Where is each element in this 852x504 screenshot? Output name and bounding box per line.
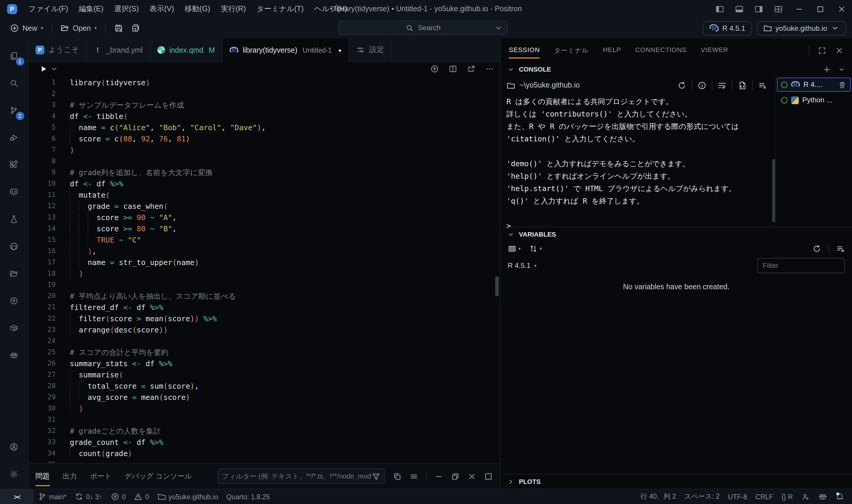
save-all-button[interactable]	[127, 21, 144, 35]
problems-filter-input[interactable]	[222, 473, 371, 480]
problems-errors[interactable]: 0	[107, 489, 130, 504]
tab-_brand.yml[interactable]: ! _brand.yml	[86, 38, 150, 61]
maximize-panel-icon[interactable]	[484, 472, 493, 481]
bottom-tab-ポート[interactable]: ポート	[90, 468, 111, 485]
menu-item[interactable]: 選択(S)	[109, 1, 144, 16]
refresh-variables-icon[interactable]	[812, 244, 821, 253]
activity-run-debug[interactable]	[0, 124, 28, 151]
tab-library(tidyverse)[interactable]: R library(tidyverse) Untitled-1 ●	[222, 38, 349, 62]
menu-item[interactable]: 移動(G)	[179, 1, 215, 16]
close-panel-icon[interactable]	[835, 46, 844, 55]
remote-indicator[interactable]: ><	[0, 489, 34, 504]
open-button[interactable]: Open▾	[56, 21, 101, 35]
activity-assistant[interactable]	[0, 341, 28, 368]
window-maximize-button[interactable]	[810, 0, 831, 18]
bottom-tab-デバッグ コンソール[interactable]: デバッグ コンソール	[125, 468, 192, 485]
working-directory[interactable]: ~\yo5uke.github.io	[520, 81, 580, 89]
filter-icon[interactable]	[371, 472, 380, 481]
minimize-panel-icon[interactable]	[434, 472, 443, 481]
panel-tab-VIEWER[interactable]: VIEWER	[701, 41, 728, 59]
save-button[interactable]	[110, 21, 127, 35]
panel-tab-ターミナル[interactable]: ターミナル	[554, 41, 589, 59]
plots-section[interactable]: PLOTS	[501, 474, 852, 489]
bottom-tab-出力[interactable]: 出力	[63, 468, 77, 485]
console-restart-icon[interactable]	[677, 81, 686, 90]
publish-icon[interactable]	[430, 64, 439, 73]
activity-account[interactable]	[0, 433, 28, 460]
activity-publish[interactable]	[0, 287, 28, 314]
window-minimize-button[interactable]	[788, 0, 810, 18]
activity-search[interactable]	[0, 69, 28, 96]
chevron-down-icon[interactable]	[506, 65, 515, 74]
activity-testing[interactable]	[0, 205, 28, 233]
toggle-secondary-sidebar-icon[interactable]	[749, 4, 768, 13]
copy-icon[interactable]	[393, 472, 402, 481]
activity-remote-explorer[interactable]	[0, 178, 28, 205]
activity-settings[interactable]	[0, 460, 28, 487]
console-output[interactable]: R は多くの貢献者による共同プロジェクトです。詳しくは 'contributor…	[506, 95, 775, 207]
console-clear-list-icon[interactable]	[758, 81, 767, 90]
variables-filter-input[interactable]	[763, 262, 839, 270]
menu-item[interactable]: ターミナル(T)	[251, 1, 309, 16]
bottom-tab-問題[interactable]: 問題	[36, 468, 50, 485]
panel-tab-CONNECTIONS[interactable]: CONNECTIONS	[635, 41, 687, 59]
tab-設定[interactable]: 設定	[349, 38, 392, 61]
problems-warnings[interactable]: 0	[130, 489, 153, 504]
close-panel-icon[interactable]	[467, 472, 476, 481]
activity-source-control[interactable]: 2	[0, 96, 28, 124]
indentation[interactable]: スペース: 2	[680, 489, 724, 504]
console-word-wrap-icon[interactable]	[718, 81, 727, 90]
console-scrollbar[interactable]	[772, 159, 775, 222]
open-external-icon[interactable]	[467, 64, 476, 73]
notifications[interactable]	[831, 489, 849, 504]
menu-item[interactable]: 表示(V)	[144, 1, 179, 16]
activity-files[interactable]: 1	[0, 42, 28, 69]
copilot[interactable]	[814, 489, 831, 504]
git-branch[interactable]: main*	[34, 489, 71, 504]
panel-tab-HELP[interactable]: HELP	[603, 41, 621, 59]
feedback[interactable]	[797, 489, 814, 504]
fullscreen-icon[interactable]	[818, 46, 827, 55]
project-button[interactable]: yo5uke.github.io	[757, 21, 846, 35]
trash-icon[interactable]	[838, 80, 847, 89]
r-interpreter-button[interactable]: R R 4.5.1	[703, 21, 752, 35]
menu-item[interactable]: 編集(E)	[73, 1, 109, 16]
command-center-search[interactable]: Search	[339, 21, 508, 35]
console-prompt[interactable]: >	[506, 221, 511, 230]
activity-container[interactable]	[0, 314, 28, 341]
panel-tab-SESSION[interactable]: SESSION	[509, 41, 540, 59]
console-info-icon[interactable]	[697, 81, 706, 90]
toggle-panel-icon[interactable]	[729, 4, 749, 13]
run-button[interactable]	[39, 64, 48, 73]
sort-variables-icon[interactable]	[529, 244, 538, 253]
restore-panel-icon[interactable]	[451, 472, 460, 481]
cursor-position[interactable]: 行 40、列 2	[636, 489, 680, 504]
clear-variables-icon[interactable]	[836, 244, 845, 253]
session-Python ...[interactable]: Python ...	[777, 93, 851, 107]
language-mode[interactable]: {} R	[777, 489, 797, 504]
run-options-chevron-icon[interactable]	[50, 64, 58, 73]
project-folder[interactable]: yo5uke.github.io	[153, 489, 222, 504]
more-actions-icon[interactable]	[485, 64, 494, 73]
console-file-code-icon[interactable]	[738, 81, 747, 90]
session-R 4....[interactable]: R R 4....	[777, 77, 851, 92]
group-variables-icon[interactable]	[508, 244, 516, 253]
variables-filter[interactable]	[757, 258, 845, 273]
eol[interactable]: CRLF	[751, 489, 777, 504]
menu-item[interactable]: ファイル(F)	[23, 1, 73, 16]
tab-index.qmd[interactable]: index.qmd M	[150, 38, 222, 61]
view-as-list-icon[interactable]	[410, 472, 418, 481]
split-editor-icon[interactable]	[449, 64, 457, 73]
editor-scrollbar[interactable]	[495, 276, 499, 296]
session-options-icon[interactable]	[837, 65, 846, 74]
window-close-button[interactable]	[831, 0, 852, 18]
code-editor[interactable]: 1library(tidyverse)23# サンプルデータフレームを作成4df…	[29, 75, 500, 463]
quarto-version[interactable]: Quarto: 1.8.25	[222, 489, 274, 504]
menu-item[interactable]: 実行(R)	[215, 1, 251, 16]
new-button[interactable]: New▾	[6, 21, 47, 35]
toggle-primary-sidebar-icon[interactable]	[710, 4, 729, 13]
activity-extensions[interactable]	[0, 151, 28, 178]
tab-ようこそ[interactable]: P ようこそ	[29, 38, 86, 61]
new-session-icon[interactable]	[822, 65, 831, 74]
git-sync[interactable]: 0↓ 3↑	[71, 489, 107, 504]
